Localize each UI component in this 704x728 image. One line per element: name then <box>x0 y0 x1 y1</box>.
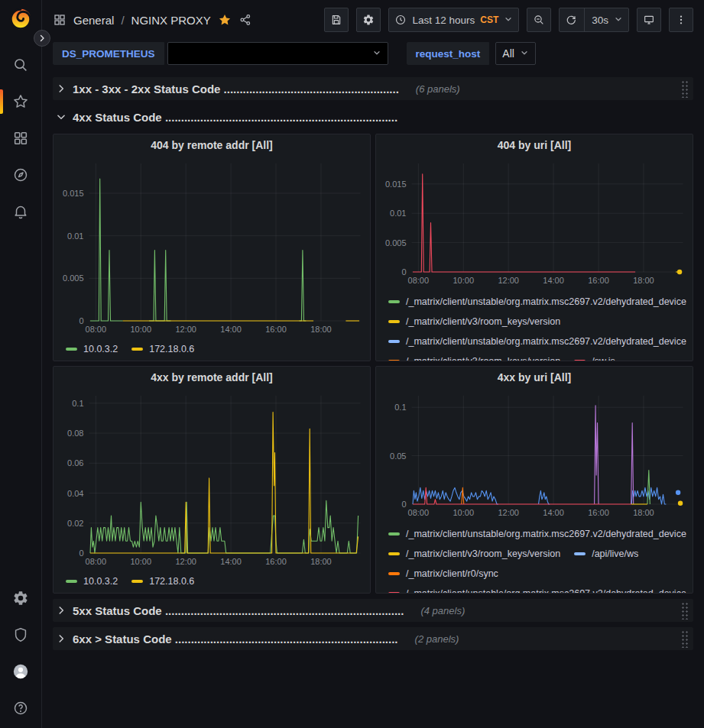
zoom-out-time-button[interactable] <box>527 8 551 32</box>
row-drag-handle[interactable] <box>680 629 689 648</box>
sidebar-item-configuration[interactable] <box>0 586 42 610</box>
legend-label: /_matrix/client/v3/room_keys/version <box>406 316 560 327</box>
chart-4xx-by-remote-addr: 00.020.040.060.080.108:0010:0012:0014:00… <box>54 388 370 593</box>
row-5xx-status-code[interactable]: 5xx Status Code ........................… <box>53 599 693 622</box>
legend-item[interactable]: /_matrix/client/unstable/org.matrix.msc2… <box>388 588 686 593</box>
y-axis-tick: 0.05 <box>390 451 406 461</box>
legend-swatch-icon <box>388 572 400 575</box>
row-4xx-status-code[interactable]: 4xx Status Code ........................… <box>53 105 693 128</box>
legend-label: /_matrix/client/r0/sync <box>406 568 498 579</box>
chart-svg[interactable]: 00.0050.010.01508:0010:0012:0014:0016:00… <box>55 156 368 338</box>
request-host-variable-select[interactable]: All <box>495 42 536 65</box>
row-1xx-3xx-2xx-status-code[interactable]: 1xx - 3xx - 2xx Status Code ............… <box>53 77 693 100</box>
panel-legend: /_matrix/client/unstable/org.matrix.msc2… <box>378 524 691 593</box>
panel-title[interactable]: 4xx by remote addr [All] <box>54 367 370 388</box>
legend-item[interactable]: /sw.js <box>574 356 615 361</box>
legend-swatch-icon <box>388 360 400 361</box>
row-6xx-status-code[interactable]: 6xx > Status Code ......................… <box>53 627 693 650</box>
chevron-down-icon <box>504 15 513 24</box>
panel-title[interactable]: 4xx by uri [All] <box>376 367 693 388</box>
chart-svg[interactable]: 00.0050.010.01508:0010:0012:0014:0016:00… <box>378 156 691 289</box>
panel-title[interactable]: 404 by uri [All] <box>376 134 693 156</box>
sidebar-item-help[interactable] <box>0 696 42 720</box>
save-dashboard-button[interactable] <box>324 8 349 32</box>
sidebar-item-search[interactable] <box>0 53 42 77</box>
apps-grid-icon <box>53 13 67 27</box>
sidebar-item-starred[interactable] <box>0 89 42 114</box>
y-axis-tick: 0.015 <box>63 189 84 198</box>
sidebar-item-alerting[interactable] <box>0 199 42 224</box>
x-axis-tick: 08:00 <box>408 508 430 517</box>
legend-item[interactable]: 172.18.0.6 <box>131 344 194 354</box>
legend-item[interactable]: /_matrix/client/unstable/org.matrix.msc2… <box>388 529 686 539</box>
legend-item[interactable]: 10.0.3.2 <box>66 344 118 354</box>
cycle-view-mode-button[interactable] <box>637 8 661 32</box>
series-point <box>678 501 683 506</box>
favorite-star-button[interactable] <box>218 13 232 27</box>
chevron-right-icon <box>56 605 67 616</box>
x-axis-tick: 12:00 <box>175 325 196 334</box>
legend-item[interactable]: /_matrix/client/r0/sync <box>388 568 498 579</box>
legend-item[interactable]: 10.0.3.2 <box>66 576 118 587</box>
chart-svg[interactable]: 00.020.040.060.080.108:0010:0012:0014:00… <box>55 388 368 570</box>
grafana-logo[interactable] <box>8 7 33 31</box>
datasource-variable-select[interactable] <box>167 42 388 65</box>
legend-label: 172.18.0.6 <box>149 576 194 587</box>
legend-label: /_matrix/client/unstable/org.matrix.msc2… <box>406 588 686 593</box>
row-drag-handle[interactable] <box>680 601 689 620</box>
x-axis-tick: 08:00 <box>86 557 107 566</box>
y-axis-tick: 0 <box>401 500 406 509</box>
x-axis-tick: 10:00 <box>130 557 151 566</box>
breadcrumb-folder[interactable]: General <box>73 14 114 27</box>
star-icon <box>12 93 29 110</box>
request-host-variable-value: All <box>502 47 514 60</box>
time-range-picker[interactable]: Last 12 hours CST <box>388 8 519 32</box>
x-axis-tick: 14:00 <box>220 325 242 334</box>
series-line <box>647 471 650 504</box>
legend-label: 10.0.3.2 <box>83 344 118 354</box>
x-axis-tick: 12:00 <box>498 508 519 517</box>
panel-title[interactable]: 404 by remote addr [All] <box>54 134 370 156</box>
legend-item[interactable]: 172.18.0.6 <box>131 576 194 587</box>
kebab-menu-button[interactable] <box>669 8 693 32</box>
x-axis-tick: 10:00 <box>453 508 474 517</box>
x-axis-tick: 08:00 <box>86 325 107 334</box>
dashboard-settings-button[interactable] <box>356 8 381 32</box>
panel-4xx-by-remote-addr: 4xx by remote addr [All] 00.020.040.060.… <box>53 366 371 594</box>
series-line <box>595 406 599 504</box>
y-axis-tick: 0.01 <box>390 209 406 218</box>
sidebar-item-explore[interactable] <box>0 163 42 187</box>
legend-swatch-icon <box>131 580 143 583</box>
legend-item[interactable]: /_matrix/client/unstable/org.matrix.msc2… <box>388 296 686 307</box>
legend-row: /_matrix/client/v3/room_keys/version/sw.… <box>388 351 691 361</box>
sidebar-item-dashboards[interactable] <box>0 126 42 150</box>
request-host-variable-label[interactable]: request_host <box>407 42 490 65</box>
sidebar-expand-button[interactable] <box>34 30 50 47</box>
zoom-out-icon <box>533 14 545 26</box>
chart-svg[interactable]: 00.050.108:0010:0012:0014:0016:0018:00 <box>378 388 691 521</box>
x-axis-tick: 12:00 <box>498 276 519 285</box>
legend-item[interactable]: /_matrix/client/unstable/org.matrix.msc2… <box>388 336 686 347</box>
chevron-right-icon <box>37 34 47 43</box>
x-axis-tick: 18:00 <box>310 557 332 566</box>
breadcrumb-separator: / <box>121 14 124 27</box>
legend-row: /_matrix/client/unstable/org.matrix.msc2… <box>388 524 691 544</box>
sidebar-item-profile[interactable] <box>0 659 42 684</box>
sidebar-item-server-admin[interactable] <box>0 623 42 647</box>
legend-item[interactable]: /api/live/ws <box>574 548 638 559</box>
dashboard-title[interactable]: NGINX PROXY <box>131 14 211 27</box>
monitor-icon <box>643 14 655 26</box>
legend-item[interactable]: /_matrix/client/v3/room_keys/version <box>388 316 560 327</box>
x-axis-tick: 18:00 <box>310 325 332 334</box>
series-line <box>300 251 307 321</box>
legend-item[interactable]: /_matrix/client/v3/room_keys/version <box>388 548 560 559</box>
x-axis-tick: 10:00 <box>453 276 474 285</box>
row-panel-count: (2 panels) <box>415 633 459 645</box>
legend-item[interactable]: /_matrix/client/v3/room_keys/version <box>388 356 560 361</box>
datasource-variable-label[interactable]: DS_PROMETHEUS <box>53 42 164 65</box>
legend-swatch-icon <box>574 360 586 361</box>
row-drag-handle[interactable] <box>680 79 689 98</box>
legend-swatch-icon <box>66 580 77 583</box>
refresh-picker[interactable]: 30s <box>559 8 629 32</box>
share-icon[interactable] <box>238 13 252 27</box>
